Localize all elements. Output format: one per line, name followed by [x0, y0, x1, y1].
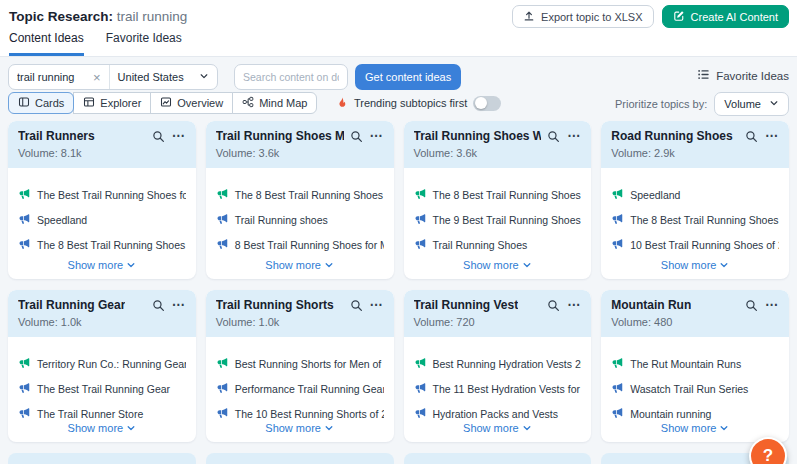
content-idea-item[interactable]: The 8 Best Trail Running Shoes for Trail… — [611, 213, 779, 227]
domain-search-input[interactable] — [234, 64, 348, 90]
megaphone-icon — [611, 357, 623, 371]
prioritize-label: Prioritize topics by: — [615, 98, 707, 110]
view-cards-button[interactable]: Cards — [8, 92, 74, 114]
trending-toggle[interactable] — [473, 96, 501, 111]
search-icon[interactable] — [547, 130, 560, 143]
content-idea-item[interactable]: The 10 Best Running Shorts of 2025 — [216, 407, 384, 421]
show-more-link[interactable]: Show more — [404, 422, 592, 434]
country-select[interactable]: United States — [109, 65, 217, 89]
card-volume: Volume: 1.0k — [216, 316, 384, 328]
content-idea-item[interactable]: Mountain running — [611, 407, 779, 421]
more-menu-icon[interactable]: ⋯ — [567, 132, 581, 140]
content-idea-item[interactable]: Trail Running shoes — [216, 213, 384, 227]
page-title-label: Topic Research: — [9, 9, 113, 24]
megaphone-icon — [18, 357, 30, 371]
content-idea-item[interactable]: Hydration Packs and Vests — [414, 407, 582, 421]
topic-query-input[interactable] — [17, 71, 89, 83]
content-idea-item[interactable]: Trail Running Shoes — [414, 238, 582, 252]
view-mindmap-button[interactable]: Mind Map — [232, 92, 317, 114]
card-title: Trail Running Vest — [414, 298, 519, 312]
show-more-link[interactable]: Show more — [404, 259, 592, 271]
more-menu-icon[interactable]: ⋯ — [370, 301, 384, 309]
show-more-link[interactable]: Show more — [601, 422, 789, 434]
table-icon — [83, 96, 95, 110]
more-menu-icon[interactable]: ⋯ — [765, 132, 779, 140]
content-idea-text: Performance Trail Running Gear Design... — [235, 383, 384, 395]
content-idea-text: The Best Trail Running Shoes for Every .… — [37, 189, 186, 201]
view-mindmap-label: Mind Map — [259, 97, 307, 109]
content-idea-item[interactable]: The 8 Best Trail Running Shoes for Trail… — [414, 188, 582, 202]
content-idea-item[interactable]: Performance Trail Running Gear Design... — [216, 382, 384, 396]
megaphone-icon — [216, 238, 228, 252]
content-idea-item[interactable]: The Best Trail Running Gear — [18, 382, 186, 396]
export-topic-button[interactable]: Export topic to XLSX — [512, 5, 654, 28]
content-idea-item[interactable]: 10 Best Trail Running Shoes of 2025 — [611, 238, 779, 252]
get-content-ideas-button[interactable]: Get content ideas — [355, 64, 461, 90]
show-more-link[interactable]: Show more — [206, 259, 394, 271]
content-idea-item[interactable]: The 8 Best Trail Running Shoes for Trail… — [216, 188, 384, 202]
content-idea-item[interactable]: Wasatch Trail Run Series — [611, 382, 779, 396]
show-more-link[interactable]: Show more — [8, 259, 196, 271]
search-icon[interactable] — [350, 130, 363, 143]
show-more-link[interactable]: Show more — [206, 422, 394, 434]
content-idea-item[interactable]: Speedland — [18, 213, 186, 227]
search-icon[interactable] — [152, 130, 165, 143]
card-volume: Volume: 3.6k — [216, 147, 384, 159]
content-idea-item[interactable]: Best Running Shorts for Men of 2025 — [216, 357, 384, 371]
chevron-down-icon — [199, 71, 209, 83]
prioritize-select[interactable]: Volume — [714, 92, 789, 116]
favorite-ideas-label: Favorite Ideas — [716, 70, 789, 82]
topic-card: Road Running Shoes ⋯ Volume: 2.9k Speedl… — [601, 121, 789, 279]
search-icon[interactable] — [350, 299, 363, 312]
topic-card: Trail Running Vest ⋯ Volume: 720 Best Ru… — [404, 290, 592, 442]
card-title: Trail Running Shorts — [216, 298, 334, 312]
search-icon[interactable] — [745, 130, 758, 143]
card-title: Road Running Shoes — [611, 129, 732, 143]
content-idea-item[interactable]: Territory Run Co.: Running Gear to get y… — [18, 357, 186, 371]
create-ai-content-button[interactable]: Create AI Content — [662, 5, 789, 28]
content-idea-text: Wasatch Trail Run Series — [630, 383, 748, 395]
content-idea-item[interactable]: Speedland — [611, 188, 779, 202]
card-title: Trail Running Gear — [18, 298, 125, 312]
content-idea-item[interactable]: The Rut Mountain Runs — [611, 357, 779, 371]
content-idea-item[interactable]: The 9 Best Trail Running Shoes for Wom..… — [414, 213, 582, 227]
content-idea-item[interactable]: The Trail Runner Store — [18, 407, 186, 421]
more-menu-icon[interactable]: ⋯ — [172, 132, 186, 140]
more-menu-icon[interactable]: ⋯ — [567, 301, 581, 309]
more-menu-icon[interactable]: ⋯ — [370, 132, 384, 140]
show-more-link[interactable]: Show more — [8, 422, 196, 434]
content-idea-item[interactable]: Best Running Hydration Vests 2025: Fiel.… — [414, 357, 582, 371]
content-idea-text: The 10 Best Running Shorts of 2025 — [235, 408, 384, 420]
content-idea-text: 10 Best Trail Running Shoes of 2025 — [630, 239, 779, 251]
content-idea-text: Hydration Packs and Vests — [433, 408, 558, 420]
page-title: Topic Research: trail running — [9, 9, 187, 24]
content-idea-item[interactable]: The 8 Best Trail Running Shoes for Trail… — [18, 238, 186, 252]
content-idea-item[interactable]: The Best Trail Running Shoes for Every .… — [18, 188, 186, 202]
content-idea-item[interactable]: The 11 Best Hydration Vests for Running … — [414, 382, 582, 396]
top-actions: Export topic to XLSX Create AI Content — [512, 5, 789, 28]
content-idea-text: Territory Run Co.: Running Gear to get y… — [37, 358, 186, 370]
content-idea-item[interactable]: 8 Best Trail Running Shoes for Men — [216, 238, 384, 252]
more-menu-icon[interactable]: ⋯ — [172, 301, 186, 309]
card-volume: Volume: 480 — [611, 316, 779, 328]
export-icon — [523, 10, 535, 24]
search-icon[interactable] — [152, 299, 165, 312]
more-menu-icon[interactable]: ⋯ — [765, 301, 779, 309]
view-overview-label: Overview — [177, 97, 223, 109]
show-more-link[interactable]: Show more — [601, 259, 789, 271]
tab-favorite-ideas[interactable]: Favorite Ideas — [106, 31, 182, 56]
search-icon[interactable] — [745, 299, 758, 312]
search-icon[interactable] — [547, 299, 560, 312]
view-switcher: Cards Explorer Overview Mind Map — [8, 92, 317, 114]
content-idea-text: Best Running Shorts for Men of 2025 — [235, 358, 384, 370]
content-idea-text: The Best Trail Running Gear — [37, 383, 170, 395]
topic-card-partial — [206, 453, 394, 464]
view-overview-button[interactable]: Overview — [150, 92, 233, 114]
favorite-ideas-link[interactable]: Favorite Ideas — [697, 68, 789, 83]
topic-card: Trail Runners ⋯ Volume: 8.1k The Best Tr… — [8, 121, 196, 279]
tab-content-ideas[interactable]: Content Ideas — [9, 31, 84, 56]
view-explorer-button[interactable]: Explorer — [73, 92, 151, 114]
clear-query-icon[interactable]: × — [93, 70, 101, 85]
trending-subtopics-control: Trending subtopics first — [336, 92, 501, 114]
content-idea-text: Best Running Hydration Vests 2025: Fiel.… — [433, 358, 582, 370]
